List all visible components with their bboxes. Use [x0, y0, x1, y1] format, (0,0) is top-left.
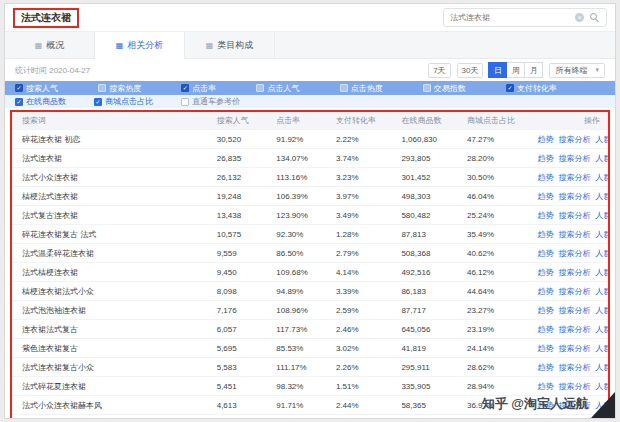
column-header-3: 支付转化率: [328, 112, 394, 130]
action-search-analysis-link[interactable]: 搜索分析: [559, 401, 591, 410]
filter-row-1: ✓搜索人气搜索热度✓点击率点击人气点击热度交易指数✓支付转化率: [5, 81, 615, 95]
action-search-analysis-link[interactable]: 搜索分析: [559, 135, 591, 144]
action-audience-analysis-link[interactable]: 人群分析: [596, 154, 608, 163]
metric-cell: 5,695: [209, 339, 269, 358]
metric-cell: 508,368: [393, 244, 459, 263]
keyword-cell: 桔梗法式连衣裙: [12, 187, 209, 206]
action-search-analysis-link[interactable]: 搜索分析: [559, 268, 591, 277]
keyword-cell: 法式连衣裙: [12, 149, 209, 168]
action-search-analysis-link[interactable]: 搜索分析: [559, 249, 591, 258]
filter-checkbox-row1-0[interactable]: ✓搜索人气: [15, 83, 58, 94]
analytics-window: 法式连衣裙 法式连衣裙 × ▦ 概况 ▦ 相关分析 ▦ 类目构成 统计时间 20…: [4, 3, 616, 419]
page-title: 法式连衣裙: [21, 12, 71, 23]
filter-checkbox-row1-6[interactable]: ✓支付转化率: [506, 83, 557, 94]
action-search-analysis-link[interactable]: 搜索分析: [559, 192, 591, 201]
metric-cell: 295,911: [393, 358, 459, 377]
tab-related-analysis[interactable]: ▦ 相关分析: [95, 32, 185, 59]
metric-cell: 87,813: [393, 225, 459, 244]
filter-checkbox-row2-2[interactable]: 直通车参考价: [181, 96, 240, 107]
search-input-value[interactable]: 法式连衣裙: [450, 12, 570, 23]
action-trend-link[interactable]: 趋势: [538, 135, 554, 144]
granularity-day-button[interactable]: 日: [488, 62, 507, 78]
metric-cell: 335,905: [393, 377, 459, 396]
metric-cell: 111.17%: [268, 358, 328, 377]
action-audience-analysis-link[interactable]: 人群分析: [596, 363, 608, 372]
action-trend-link[interactable]: 趋势: [538, 173, 554, 182]
action-audience-analysis-link[interactable]: 人群分析: [596, 211, 608, 220]
action-trend-link[interactable]: 趋势: [538, 363, 554, 372]
search-icon[interactable]: [589, 12, 600, 23]
table-row: 法式小众连衣裙26,132113.16%3.23%301,45230.50%趋势…: [12, 168, 608, 187]
filter-checkbox-row1-1[interactable]: 搜索热度: [98, 83, 141, 94]
action-search-analysis-link[interactable]: 搜索分析: [559, 287, 591, 296]
filter-checkbox-row1-2[interactable]: ✓点击率: [181, 83, 216, 94]
action-trend-link[interactable]: 趋势: [538, 230, 554, 239]
granularity-segment: 日 周 月: [489, 62, 543, 78]
action-search-analysis-link[interactable]: 搜索分析: [559, 306, 591, 315]
actions-cell: 趋势搜索分析人群分析: [525, 377, 608, 396]
tab-overview[interactable]: ▦ 概况: [5, 32, 95, 58]
filter-checkbox-row1-5[interactable]: 交易指数: [423, 83, 466, 94]
toolbar: 统计时间 2020-04-27 7天 30天 日 周 月 所有终端 ▾: [5, 59, 615, 81]
metric-cell: 4,613: [209, 396, 269, 415]
action-audience-analysis-link[interactable]: 人群分析: [596, 249, 608, 258]
filter-checkbox-row1-4[interactable]: 点击热度: [340, 83, 383, 94]
filter-label: 点击率: [192, 83, 216, 94]
action-trend-link[interactable]: 趋势: [538, 268, 554, 277]
action-trend-link[interactable]: 趋势: [538, 192, 554, 201]
action-trend-link[interactable]: 趋势: [538, 154, 554, 163]
granularity-week-button[interactable]: 周: [506, 62, 525, 78]
action-audience-analysis-link[interactable]: 人群分析: [596, 230, 608, 239]
category-composition-tab-icon: ▦: [206, 41, 214, 50]
action-audience-analysis-link[interactable]: 人群分析: [596, 306, 608, 315]
action-search-analysis-link[interactable]: 搜索分析: [559, 363, 591, 372]
action-trend-link[interactable]: 趋势: [538, 344, 554, 353]
action-trend-link[interactable]: 趋势: [538, 306, 554, 315]
metric-cell: 3.74%: [328, 149, 394, 168]
clear-icon[interactable]: ×: [575, 13, 584, 22]
action-audience-analysis-link[interactable]: 人群分析: [596, 344, 608, 353]
metric-cell: 108.96%: [268, 301, 328, 320]
action-search-analysis-link[interactable]: 搜索分析: [559, 154, 591, 163]
action-audience-analysis-link[interactable]: 人群分析: [596, 401, 608, 410]
action-audience-analysis-link[interactable]: 人群分析: [596, 192, 608, 201]
range-30d-button[interactable]: 30天: [457, 63, 484, 78]
table-row: 法式泡泡袖连衣裙7,176108.96%2.59%87,71723.27%趋势搜…: [12, 301, 608, 320]
action-trend-link[interactable]: 趋势: [538, 211, 554, 220]
tab-category-composition[interactable]: ▦ 类目构成: [185, 32, 275, 58]
metric-cell: 3.02%: [328, 339, 394, 358]
action-search-analysis-link[interactable]: 搜索分析: [559, 230, 591, 239]
actions-cell: 趋势搜索分析人群分析: [525, 301, 608, 320]
action-audience-analysis-link[interactable]: 人群分析: [596, 382, 608, 391]
action-audience-analysis-link[interactable]: 人群分析: [596, 325, 608, 334]
metric-cell: 94.89%: [268, 282, 328, 301]
terminal-select[interactable]: 所有终端 ▾: [549, 63, 605, 78]
action-audience-analysis-link[interactable]: 人群分析: [596, 173, 608, 182]
action-search-analysis-link[interactable]: 搜索分析: [559, 173, 591, 182]
filter-checkbox-row2-1[interactable]: ✓商城点击占比: [94, 96, 153, 107]
keyword-cell: 法式复古连衣裙: [12, 206, 209, 225]
metric-cell: 91.71%: [268, 396, 328, 415]
action-trend-link[interactable]: 趋势: [538, 287, 554, 296]
range-7d-button[interactable]: 7天: [428, 63, 450, 78]
filter-checkbox-row2-0[interactable]: ✓在线商品数: [15, 96, 66, 107]
action-trend-link[interactable]: 趋势: [538, 249, 554, 258]
action-search-analysis-link[interactable]: 搜索分析: [559, 344, 591, 353]
action-audience-analysis-link[interactable]: 人群分析: [596, 268, 608, 277]
metric-cell: 46.12%: [459, 263, 525, 282]
action-audience-analysis-link[interactable]: 人群分析: [596, 135, 608, 144]
action-search-analysis-link[interactable]: 搜索分析: [559, 382, 591, 391]
action-audience-analysis-link[interactable]: 人群分析: [596, 287, 608, 296]
search-input[interactable]: 法式连衣裙 ×: [443, 8, 607, 27]
metric-cell: 85.53%: [268, 339, 328, 358]
action-search-analysis-link[interactable]: 搜索分析: [559, 325, 591, 334]
keyword-cell: 法式碎花夏连衣裙: [12, 377, 209, 396]
metric-cell: 516,729: [393, 415, 459, 420]
action-trend-link[interactable]: 趋势: [538, 401, 554, 410]
filter-label: 搜索热度: [109, 83, 141, 94]
granularity-month-button[interactable]: 月: [524, 62, 543, 78]
filter-checkbox-row1-3[interactable]: 点击人气: [256, 83, 299, 94]
action-trend-link[interactable]: 趋势: [538, 325, 554, 334]
action-trend-link[interactable]: 趋势: [538, 382, 554, 391]
action-search-analysis-link[interactable]: 搜索分析: [559, 211, 591, 220]
